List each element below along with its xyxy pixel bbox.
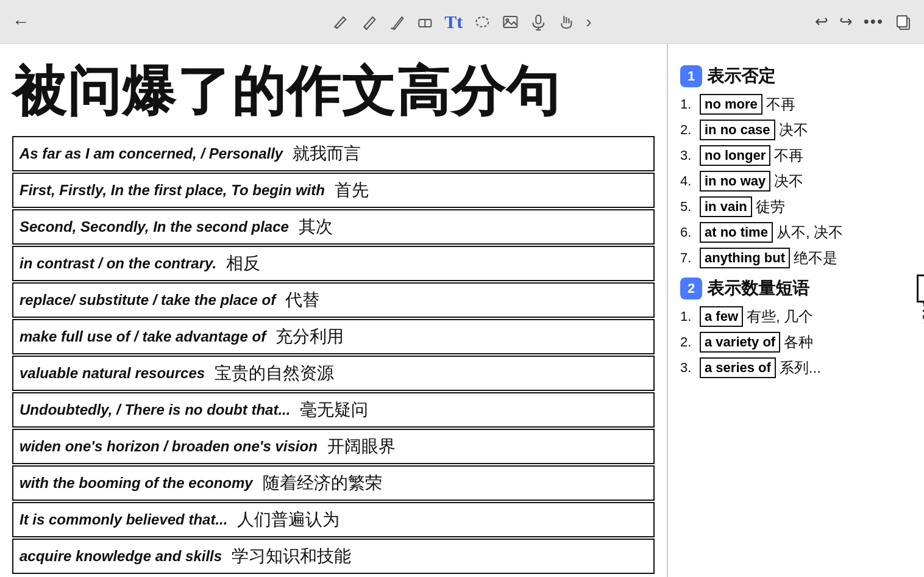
item-chinese: 系列... [780, 358, 821, 378]
phrase-english: in contrast / on the contrary. [13, 250, 222, 277]
phrase-english: Undoubtedly, / There is no doubt that... [13, 396, 296, 423]
copy-icon[interactable] [895, 13, 912, 30]
item-number: 2. [680, 122, 697, 138]
phrase-chinese: 宝贵的自然资源 [211, 357, 338, 390]
left-panel: 被问爆了的作文高分句 As far as I am concerned, / P… [0, 44, 668, 577]
phrase-chinese: 首先 [331, 174, 372, 207]
item-english: in no way [700, 171, 770, 192]
item-english: a few [700, 306, 743, 327]
phrase-english: First, Firstly, In the first place, To b… [13, 177, 331, 204]
right-phrase-item: 1.a few有些, 几个 [680, 306, 912, 327]
phrase-row: with the booming of the economy随着经济的繁荣 [12, 465, 655, 501]
phrase-english: acquire knowledge and skills [13, 543, 228, 570]
item-number: 3. [680, 360, 697, 376]
phrase-row: replace/ substitute / take the place of代… [12, 282, 655, 318]
item-chinese: 各种 [784, 332, 813, 352]
toolbar-left: ← [12, 12, 29, 32]
text-icon[interactable]: Tt [444, 12, 463, 32]
section-header-1: 1表示否定 [680, 65, 912, 88]
right-phrase-item: 2.a variety of各种 [680, 332, 912, 353]
item-english: anything but [700, 248, 790, 268]
item-chinese: 不再 [766, 95, 795, 114]
highlighter-icon[interactable] [360, 13, 377, 30]
phrase-row: Undoubtedly, / There is no doubt that...… [12, 392, 655, 428]
mic-icon[interactable] [530, 13, 547, 30]
svg-rect-8 [536, 15, 541, 24]
undo-icon[interactable]: ↩ [815, 12, 828, 31]
phrase-chinese: 相反 [222, 247, 264, 280]
lasso-icon[interactable] [474, 13, 491, 30]
item-number: 5. [680, 199, 697, 215]
marker-icon[interactable] [388, 13, 405, 30]
phrase-chinese: 开阔眼界 [324, 430, 399, 463]
phrase-english: with the booming of the economy [13, 470, 259, 496]
phrase-row: make full use of / take advantage of充分利用 [12, 319, 655, 354]
phrase-row: widen one's horizon / broaden one's visi… [12, 429, 655, 464]
phrase-english: replace/ substitute / take the place of [13, 287, 282, 314]
back-button[interactable]: ← [12, 12, 29, 32]
more-icon[interactable]: ••• [864, 12, 884, 31]
phrase-list: As far as I am concerned, / Personally就我… [12, 136, 655, 575]
item-chinese: 决不 [779, 120, 808, 140]
svg-rect-6 [503, 16, 517, 27]
item-number: 2. [680, 334, 697, 350]
item-chinese: 决不 [774, 171, 803, 191]
svg-line-0 [335, 27, 337, 28]
phrase-chinese: 就我而言 [289, 137, 364, 170]
forward-icon[interactable]: › [586, 12, 591, 32]
svg-point-5 [476, 17, 488, 27]
hand-icon[interactable] [558, 13, 575, 30]
right-phrase-item: 5.in vain徒劳 [680, 196, 912, 217]
phrase-english: It is commonly believed that... [13, 506, 233, 533]
sidebar-stamp: 存好可打印 [917, 274, 924, 303]
item-number: 7. [680, 250, 697, 266]
right-panel: 1表示否定1.no more不再2.in no case决不3.no longe… [668, 44, 924, 577]
phrase-english: As far as I am concerned, / Personally [13, 140, 289, 167]
item-english: a variety of [700, 332, 780, 353]
item-chinese: 有些, 几个 [747, 307, 813, 326]
item-number: 4. [680, 173, 697, 189]
item-chinese: 从不, 决不 [777, 223, 843, 242]
phrase-chinese: 毫无疑问 [296, 393, 372, 426]
item-chinese: 徒劳 [756, 197, 785, 217]
right-phrase-item: 4.in no way决不 [680, 171, 912, 192]
right-phrase-item: 3.a series of系列... [680, 357, 912, 378]
phrase-english: widen one's horizon / broaden one's visi… [13, 433, 324, 460]
svg-rect-12 [897, 16, 907, 27]
toolbar-right: ↩ ↪ ••• [815, 12, 912, 31]
item-number: 1. [680, 309, 697, 324]
section-header-2: 2表示数量短语 [680, 277, 912, 300]
phrase-chinese: 随着经济的繁荣 [259, 467, 386, 500]
phrase-row: As far as I am concerned, / Personally就我… [12, 136, 655, 171]
main-content: 被问爆了的作文高分句 As far as I am concerned, / P… [0, 44, 924, 577]
eraser-icon[interactable] [416, 13, 433, 30]
phrase-chinese: 代替 [282, 284, 323, 317]
item-chinese: 不再 [774, 146, 803, 165]
phrase-chinese: 充分利用 [272, 320, 347, 353]
phrase-row: Second, Secondly, In the second place其次 [12, 209, 655, 245]
item-english: no more [700, 94, 762, 115]
phrase-row: valuable natural resources宝贵的自然资源 [12, 356, 655, 391]
pencil-icon[interactable] [332, 13, 349, 30]
phrase-english: valuable natural resources [13, 360, 211, 387]
section-title: 表示否定 [707, 65, 775, 88]
item-english: at no time [700, 222, 773, 243]
phrase-row: in contrast / on the contrary.相反 [12, 246, 655, 281]
phrase-english: make full use of / take advantage of [13, 323, 272, 350]
phrase-chinese: 学习知识和技能 [228, 540, 355, 573]
image-icon[interactable] [502, 13, 519, 30]
toolbar-center: Tt [332, 12, 591, 32]
item-number: 3. [680, 148, 697, 163]
phrase-row: acquire knowledge and skills学习知识和技能 [12, 539, 655, 574]
page-title: 被问爆了的作文高分句 [12, 62, 655, 121]
svg-line-1 [364, 27, 366, 29]
phrase-chinese: 其次 [295, 210, 336, 243]
item-number: 6. [680, 224, 697, 240]
phrase-row: First, Firstly, In the first place, To b… [12, 173, 655, 208]
section-number: 2 [680, 278, 702, 299]
right-phrase-item: 2.in no case决不 [680, 120, 912, 140]
phrase-english: Second, Secondly, In the second place [13, 213, 295, 240]
redo-icon[interactable]: ↪ [839, 12, 853, 31]
right-phrase-item: 6.at no time从不, 决不 [680, 222, 912, 243]
section-number: 1 [680, 65, 702, 87]
